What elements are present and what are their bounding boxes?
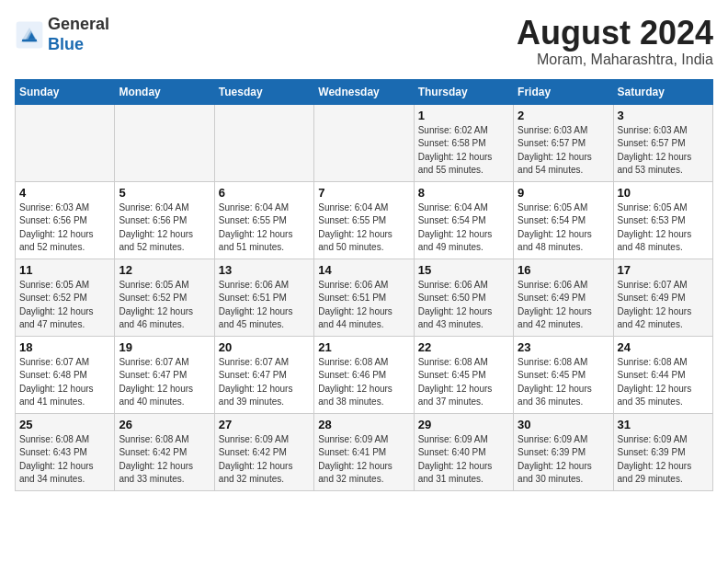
day-number: 31 — [618, 418, 709, 431]
day-info: Sunrise: 6:07 AM Sunset: 6:49 PM Dayligh… — [618, 279, 709, 332]
svg-rect-4 — [22, 39, 37, 40]
weekday-header: Wednesday — [314, 79, 414, 104]
day-info: Sunrise: 6:08 AM Sunset: 6:43 PM Dayligh… — [19, 433, 110, 487]
day-info: Sunrise: 6:09 AM Sunset: 6:39 PM Dayligh… — [518, 433, 609, 487]
day-info: Sunrise: 6:09 AM Sunset: 6:39 PM Dayligh… — [618, 433, 709, 487]
day-info: Sunrise: 6:09 AM Sunset: 6:40 PM Dayligh… — [418, 433, 509, 487]
day-info: Sunrise: 6:08 AM Sunset: 6:45 PM Dayligh… — [418, 356, 509, 409]
day-info: Sunrise: 6:06 AM Sunset: 6:49 PM Dayligh… — [518, 279, 609, 332]
day-number: 1 — [418, 109, 509, 122]
day-number: 6 — [219, 186, 310, 200]
calendar-cell: 10Sunrise: 6:05 AM Sunset: 6:53 PM Dayli… — [613, 181, 712, 259]
day-info: Sunrise: 6:08 AM Sunset: 6:45 PM Dayligh… — [518, 356, 609, 409]
weekday-header: Sunday — [16, 79, 115, 104]
day-number: 13 — [219, 263, 310, 277]
calendar-cell: 30Sunrise: 6:09 AM Sunset: 6:39 PM Dayli… — [514, 413, 613, 490]
day-info: Sunrise: 6:08 AM Sunset: 6:42 PM Dayligh… — [119, 433, 210, 487]
calendar-cell: 13Sunrise: 6:06 AM Sunset: 6:51 PM Dayli… — [214, 259, 313, 336]
calendar-cell — [16, 104, 115, 181]
day-number: 7 — [318, 186, 409, 200]
calendar-cell: 18Sunrise: 6:07 AM Sunset: 6:48 PM Dayli… — [16, 336, 115, 413]
calendar-cell: 12Sunrise: 6:05 AM Sunset: 6:52 PM Dayli… — [115, 259, 214, 336]
day-info: Sunrise: 6:03 AM Sunset: 6:56 PM Dayligh… — [19, 201, 110, 255]
day-info: Sunrise: 6:08 AM Sunset: 6:46 PM Dayligh… — [318, 356, 409, 409]
calendar-cell: 27Sunrise: 6:09 AM Sunset: 6:42 PM Dayli… — [214, 413, 313, 490]
calendar-table: SundayMondayTuesdayWednesdayThursdayFrid… — [15, 79, 713, 491]
calendar-cell: 22Sunrise: 6:08 AM Sunset: 6:45 PM Dayli… — [414, 336, 513, 413]
logo-icon — [15, 20, 44, 50]
calendar-cell: 9Sunrise: 6:05 AM Sunset: 6:54 PM Daylig… — [514, 181, 613, 259]
calendar-cell: 2Sunrise: 6:03 AM Sunset: 6:57 PM Daylig… — [514, 104, 613, 181]
calendar-cell: 16Sunrise: 6:06 AM Sunset: 6:49 PM Dayli… — [514, 259, 613, 336]
calendar-cell: 24Sunrise: 6:08 AM Sunset: 6:44 PM Dayli… — [613, 336, 712, 413]
day-info: Sunrise: 6:08 AM Sunset: 6:44 PM Dayligh… — [618, 356, 709, 409]
day-number: 22 — [418, 340, 509, 354]
day-number: 9 — [518, 186, 609, 200]
day-number: 15 — [418, 263, 509, 277]
day-number: 30 — [518, 418, 609, 431]
day-info: Sunrise: 6:07 AM Sunset: 6:48 PM Dayligh… — [19, 356, 110, 409]
day-info: Sunrise: 6:06 AM Sunset: 6:51 PM Dayligh… — [318, 279, 409, 332]
day-info: Sunrise: 6:07 AM Sunset: 6:47 PM Dayligh… — [219, 356, 310, 409]
day-number: 24 — [618, 340, 709, 354]
day-info: Sunrise: 6:03 AM Sunset: 6:57 PM Dayligh… — [518, 124, 609, 178]
day-info: Sunrise: 6:02 AM Sunset: 6:58 PM Dayligh… — [418, 124, 509, 178]
weekday-header: Thursday — [414, 79, 513, 104]
calendar-cell: 20Sunrise: 6:07 AM Sunset: 6:47 PM Dayli… — [214, 336, 313, 413]
day-number: 3 — [618, 109, 709, 122]
day-number: 8 — [418, 186, 509, 200]
calendar-cell: 11Sunrise: 6:05 AM Sunset: 6:52 PM Dayli… — [16, 259, 115, 336]
day-number: 12 — [119, 263, 210, 277]
day-number: 25 — [19, 418, 110, 431]
weekday-header: Saturday — [613, 79, 712, 104]
day-info: Sunrise: 6:04 AM Sunset: 6:55 PM Dayligh… — [318, 201, 409, 255]
day-number: 10 — [618, 186, 709, 200]
day-number: 11 — [19, 263, 110, 277]
day-number: 2 — [518, 109, 609, 122]
day-info: Sunrise: 6:04 AM Sunset: 6:55 PM Dayligh… — [219, 201, 310, 255]
day-number: 17 — [618, 263, 709, 277]
day-number: 28 — [318, 418, 409, 431]
day-info: Sunrise: 6:04 AM Sunset: 6:54 PM Dayligh… — [418, 201, 509, 255]
calendar-cell — [314, 104, 414, 181]
calendar-cell: 7Sunrise: 6:04 AM Sunset: 6:55 PM Daylig… — [314, 181, 414, 259]
calendar-cell: 8Sunrise: 6:04 AM Sunset: 6:54 PM Daylig… — [414, 181, 513, 259]
logo: General Blue — [15, 15, 109, 54]
day-info: Sunrise: 6:07 AM Sunset: 6:47 PM Dayligh… — [119, 356, 210, 409]
calendar-cell: 23Sunrise: 6:08 AM Sunset: 6:45 PM Dayli… — [514, 336, 613, 413]
day-info: Sunrise: 6:05 AM Sunset: 6:52 PM Dayligh… — [19, 279, 110, 332]
day-number: 16 — [518, 263, 609, 277]
weekday-header: Monday — [115, 79, 214, 104]
day-info: Sunrise: 6:05 AM Sunset: 6:52 PM Dayligh… — [119, 279, 210, 332]
calendar-cell: 5Sunrise: 6:04 AM Sunset: 6:56 PM Daylig… — [115, 181, 214, 259]
calendar-cell: 28Sunrise: 6:09 AM Sunset: 6:41 PM Dayli… — [314, 413, 414, 490]
day-info: Sunrise: 6:05 AM Sunset: 6:54 PM Dayligh… — [518, 201, 609, 255]
calendar-cell: 25Sunrise: 6:08 AM Sunset: 6:43 PM Dayli… — [16, 413, 115, 490]
day-number: 18 — [19, 340, 110, 354]
day-info: Sunrise: 6:09 AM Sunset: 6:41 PM Dayligh… — [318, 433, 409, 487]
calendar-cell: 26Sunrise: 6:08 AM Sunset: 6:42 PM Dayli… — [115, 413, 214, 490]
calendar-cell: 1Sunrise: 6:02 AM Sunset: 6:58 PM Daylig… — [414, 104, 513, 181]
calendar-cell — [214, 104, 313, 181]
calendar-header: SundayMondayTuesdayWednesdayThursdayFrid… — [16, 79, 713, 104]
calendar-cell: 31Sunrise: 6:09 AM Sunset: 6:39 PM Dayli… — [613, 413, 712, 490]
day-number: 21 — [318, 340, 409, 354]
day-number: 29 — [418, 418, 509, 431]
title-block: August 2024 Moram, Maharashtra, India — [517, 15, 713, 68]
day-info: Sunrise: 6:04 AM Sunset: 6:56 PM Dayligh… — [119, 201, 210, 255]
day-number: 20 — [219, 340, 310, 354]
day-number: 14 — [318, 263, 409, 277]
calendar-cell: 3Sunrise: 6:03 AM Sunset: 6:57 PM Daylig… — [613, 104, 712, 181]
calendar-cell: 15Sunrise: 6:06 AM Sunset: 6:50 PM Dayli… — [414, 259, 513, 336]
day-number: 5 — [119, 186, 210, 200]
day-number: 4 — [19, 186, 110, 200]
calendar-cell: 17Sunrise: 6:07 AM Sunset: 6:49 PM Dayli… — [613, 259, 712, 336]
calendar-cell: 21Sunrise: 6:08 AM Sunset: 6:46 PM Dayli… — [314, 336, 414, 413]
calendar-cell: 19Sunrise: 6:07 AM Sunset: 6:47 PM Dayli… — [115, 336, 214, 413]
calendar-cell: 6Sunrise: 6:04 AM Sunset: 6:55 PM Daylig… — [214, 181, 313, 259]
calendar-cell: 4Sunrise: 6:03 AM Sunset: 6:56 PM Daylig… — [16, 181, 115, 259]
day-number: 26 — [119, 418, 210, 431]
calendar-cell — [115, 104, 214, 181]
page-header: General Blue August 2024 Moram, Maharash… — [15, 15, 713, 68]
day-number: 23 — [518, 340, 609, 354]
